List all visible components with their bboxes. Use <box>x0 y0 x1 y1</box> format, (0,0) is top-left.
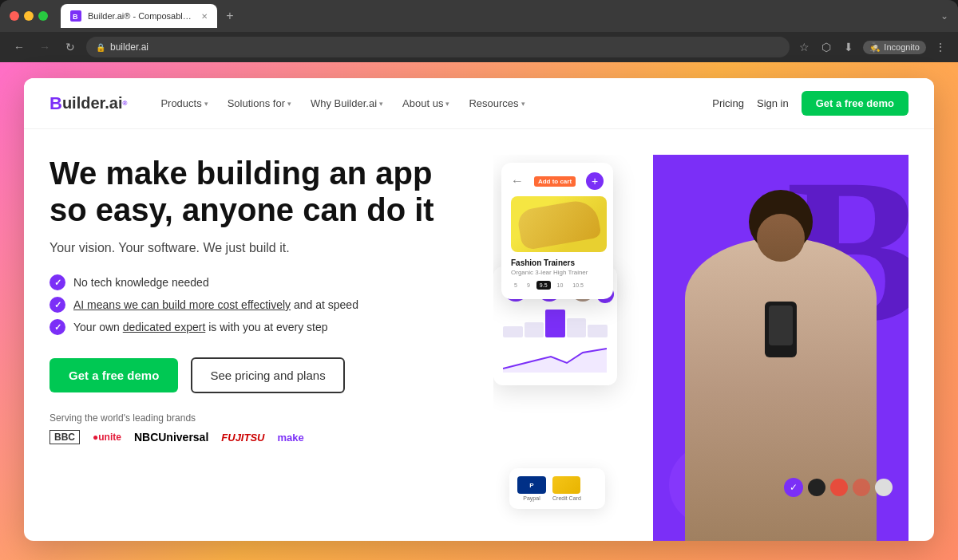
nav-resources[interactable]: Resources ▾ <box>461 93 532 114</box>
product-title: Fashion Trainers <box>511 258 604 267</box>
bar-2 <box>525 322 544 337</box>
size-opt-4[interactable]: 10 <box>554 281 567 290</box>
window-expand-icon[interactable]: ⌄ <box>940 10 948 22</box>
brands-section: Serving the world's leading brands BBC ●… <box>49 412 477 444</box>
nav-about[interactable]: About us ▾ <box>394 93 457 114</box>
brand-nbc: NBCUniversal <box>134 431 208 444</box>
check-icon-1 <box>49 274 65 290</box>
hero-heading: We make building an app so easy, anyone … <box>49 155 477 228</box>
website-container: Builder.ai® Products ▾ Solutions for ▾ W… <box>24 78 934 541</box>
menu-icon[interactable]: ⋮ <box>932 39 948 55</box>
nav-solutions[interactable]: Solutions for ▾ <box>220 93 299 114</box>
incognito-label: Incognito <box>884 42 920 52</box>
feature-item-3: Your own dedicated expert is with you at… <box>49 319 477 335</box>
tab-title: Builder.ai® - Composable So... <box>88 11 192 21</box>
traffic-lights <box>10 11 48 21</box>
cta-buttons: Get a free demo See pricing and plans <box>49 357 477 393</box>
feature-link-2[interactable]: AI means we can build more cost effectiv… <box>73 298 291 311</box>
paypal-payment: P Paypal <box>517 476 546 501</box>
feature-text-3: Your own dedicated expert is with you at… <box>73 321 328 333</box>
back-arrow-icon: ← <box>511 174 524 188</box>
progress-indicators: ✓ <box>784 478 893 497</box>
url-display: builder.ai <box>110 41 148 53</box>
logo-registered: ® <box>122 100 127 107</box>
dot-indicator-3 <box>853 479 870 496</box>
size-opt-3[interactable]: 9.5 <box>536 281 551 290</box>
paypal-label: Paypal <box>523 495 540 501</box>
bar-4 <box>567 318 587 338</box>
brand-bbc: BBC <box>49 430 80 444</box>
nav-actions: Pricing Sign in Get a free demo <box>712 91 909 116</box>
nav-signin[interactable]: Sign in <box>757 97 789 109</box>
logo-b: B <box>49 93 62 114</box>
credit-card-payment: Credit Card <box>552 476 581 501</box>
nav-solutions-label: Solutions for <box>228 97 285 109</box>
app-mockup-card: ← Add to cart + Fashion Trainers Organic… <box>501 163 613 299</box>
feature-link-3[interactable]: dedicated expert <box>123 321 206 333</box>
tab-bar: B Builder.ai® - Composable So... ✕ + <box>61 4 934 28</box>
pricing-button[interactable]: See pricing and plans <box>191 357 344 393</box>
person-phone <box>765 302 797 357</box>
tab-close-icon[interactable]: ✕ <box>201 12 208 21</box>
hero-left: We make building an app so easy, anyone … <box>49 155 493 541</box>
forward-button[interactable]: → <box>35 37 54 57</box>
address-bar[interactable]: 🔒 builder.ai <box>86 37 790 57</box>
active-tab[interactable]: B Builder.ai® - Composable So... ✕ <box>61 4 217 28</box>
logo[interactable]: Builder.ai® <box>49 93 127 114</box>
feature-item-2: AI means we can build more cost effectiv… <box>49 297 477 313</box>
dot-indicator-4 <box>875 479 893 496</box>
incognito-icon: 🕵 <box>869 42 881 53</box>
nav-pricing[interactable]: Pricing <box>712 97 744 109</box>
new-tab-button[interactable]: + <box>220 6 240 26</box>
browser-toolbar: ← → ↻ 🔒 builder.ai ☆ ⬡ ⬇ 🕵 Incognito ⋮ <box>0 32 958 62</box>
phone-screen <box>769 306 793 345</box>
close-button[interactable] <box>10 11 19 21</box>
size-opt-1[interactable]: 5 <box>511 281 521 290</box>
product-subtitle: Organic 3-lear High Trainer <box>511 269 604 276</box>
size-selector: 5 9 9.5 10 10.5 <box>511 281 604 290</box>
chevron-down-icon: ▾ <box>521 100 525 108</box>
plus-icon: + <box>586 172 604 190</box>
nav-products-label: Products <box>160 97 201 109</box>
check-icon-2 <box>49 297 65 313</box>
brand-make: make <box>277 432 303 444</box>
feature-text-2: AI means we can build more cost effectiv… <box>73 298 358 311</box>
person-face <box>757 214 805 262</box>
bookmark-icon[interactable]: ☆ <box>796 39 812 55</box>
brand-unite: ●unite <box>93 432 121 443</box>
get-demo-button[interactable]: Get a free demo <box>49 358 178 392</box>
extensions-icon[interactable]: ⬡ <box>818 39 834 55</box>
line-chart <box>503 341 607 373</box>
reload-button[interactable]: ↻ <box>61 37 80 57</box>
chevron-down-icon: ▾ <box>379 100 383 108</box>
dot-indicator-1 <box>808 479 825 496</box>
nav-cta-button[interactable]: Get a free demo <box>802 91 909 116</box>
shoe-shape <box>516 198 601 251</box>
download-icon[interactable]: ⬇ <box>841 39 857 55</box>
check-icon-3 <box>49 319 65 335</box>
bar-5 <box>588 325 608 337</box>
size-opt-2[interactable]: 9 <box>524 281 533 290</box>
incognito-badge: 🕵 Incognito <box>863 41 926 54</box>
toolbar-actions: ☆ ⬡ ⬇ 🕵 Incognito ⋮ <box>796 39 948 55</box>
brand-fujitsu: FUJITSU <box>221 432 264 444</box>
svg-text:B: B <box>73 13 78 20</box>
chevron-down-icon: ▾ <box>287 100 291 108</box>
webpage-background: Builder.ai® Products ▾ Solutions for ▾ W… <box>0 62 958 560</box>
payment-overlay: P Paypal Credit Card <box>509 468 605 509</box>
dot-indicator-2 <box>830 479 848 496</box>
credit-card-icon <box>552 476 580 494</box>
brands-label: Serving the world's leading brands <box>49 412 477 424</box>
browser-titlebar: B Builder.ai® - Composable So... ✕ + ⌄ <box>0 0 958 32</box>
chevron-down-icon: ▾ <box>445 100 449 108</box>
nav-links: Products ▾ Solutions for ▾ Why Builder.a… <box>152 93 712 114</box>
size-opt-5[interactable]: 10.5 <box>569 281 587 290</box>
nav-why[interactable]: Why Builder.ai ▾ <box>303 93 391 114</box>
nav-products[interactable]: Products ▾ <box>152 93 216 114</box>
bar-chart <box>503 310 608 337</box>
back-button[interactable]: ← <box>10 37 29 57</box>
app-card-badge: Add to cart <box>534 176 576 187</box>
maximize-button[interactable] <box>38 11 48 21</box>
minimize-button[interactable] <box>24 11 34 21</box>
bar-1 <box>503 326 523 337</box>
